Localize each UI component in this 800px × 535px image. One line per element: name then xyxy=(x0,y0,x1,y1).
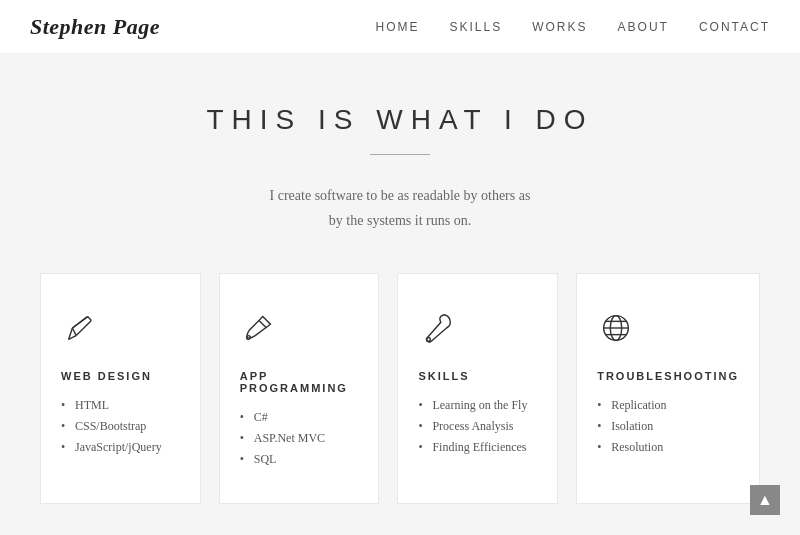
web-design-list: HTML CSS/Bootstrap JavaScript/jQuery xyxy=(61,398,180,455)
list-item: Finding Efficiences xyxy=(418,440,537,455)
app-programming-icon xyxy=(240,304,359,352)
paintbrush-icon xyxy=(240,309,278,347)
list-item: Learning on the Fly xyxy=(418,398,537,413)
cards-container: WEB DESIGN HTML CSS/Bootstrap JavaScript… xyxy=(40,273,760,504)
nav-home[interactable]: HOME xyxy=(376,20,420,34)
list-item: Process Analysis xyxy=(418,419,537,434)
troubleshooting-list: Replication Isolation Resolution xyxy=(597,398,739,455)
card-troubleshooting: TROUBLESHOOTING Replication Isolation Re… xyxy=(576,273,760,504)
nav-works[interactable]: WORKS xyxy=(532,20,587,34)
nav-skills[interactable]: SKILLS xyxy=(450,20,503,34)
svg-line-7 xyxy=(259,321,267,329)
site-header: Stephen Page HOME SKILLS WORKS ABOUT CON… xyxy=(0,0,800,54)
section-title: THIS IS WHAT I DO xyxy=(40,104,760,136)
troubleshooting-icon xyxy=(597,304,739,352)
scroll-to-top-button[interactable]: ▲ xyxy=(750,485,780,515)
nav-about[interactable]: ABOUT xyxy=(618,20,669,34)
section-description: I create software to be as readable by o… xyxy=(40,183,760,233)
web-design-title: WEB DESIGN xyxy=(61,370,180,382)
list-item: HTML xyxy=(61,398,180,413)
site-logo: Stephen Page xyxy=(30,14,160,40)
globe-icon xyxy=(597,309,635,347)
skills-list: Learning on the Fly Process Analysis Fin… xyxy=(418,398,537,455)
card-skills: SKILLS Learning on the Fly Process Analy… xyxy=(397,273,558,504)
list-item: Replication xyxy=(597,398,739,413)
web-design-icon xyxy=(61,304,180,352)
svg-line-2 xyxy=(88,317,92,321)
list-item: SQL xyxy=(240,452,359,467)
svg-point-9 xyxy=(427,338,431,342)
card-app-programming: APP PROGRAMMING C# ASP.Net MVC SQL xyxy=(219,273,380,504)
main-nav: HOME SKILLS WORKS ABOUT CONTACT xyxy=(376,20,771,34)
skills-title: SKILLS xyxy=(418,370,537,382)
list-item: C# xyxy=(240,410,359,425)
wrench-icon xyxy=(418,309,456,347)
troubleshooting-title: TROUBLESHOOTING xyxy=(597,370,739,382)
skills-icon xyxy=(418,304,537,352)
app-programming-list: C# ASP.Net MVC SQL xyxy=(240,410,359,467)
pencil-icon xyxy=(61,309,99,347)
main-content: THIS IS WHAT I DO I create software to b… xyxy=(0,54,800,535)
list-item: ASP.Net MVC xyxy=(240,431,359,446)
card-web-design: WEB DESIGN HTML CSS/Bootstrap JavaScript… xyxy=(40,273,201,504)
title-divider xyxy=(370,154,430,155)
list-item: CSS/Bootstrap xyxy=(61,419,180,434)
list-item: Resolution xyxy=(597,440,739,455)
list-item: Isolation xyxy=(597,419,739,434)
svg-line-5 xyxy=(72,328,76,336)
nav-contact[interactable]: CONTACT xyxy=(699,20,770,34)
app-programming-title: APP PROGRAMMING xyxy=(240,370,359,394)
list-item: JavaScript/jQuery xyxy=(61,440,180,455)
